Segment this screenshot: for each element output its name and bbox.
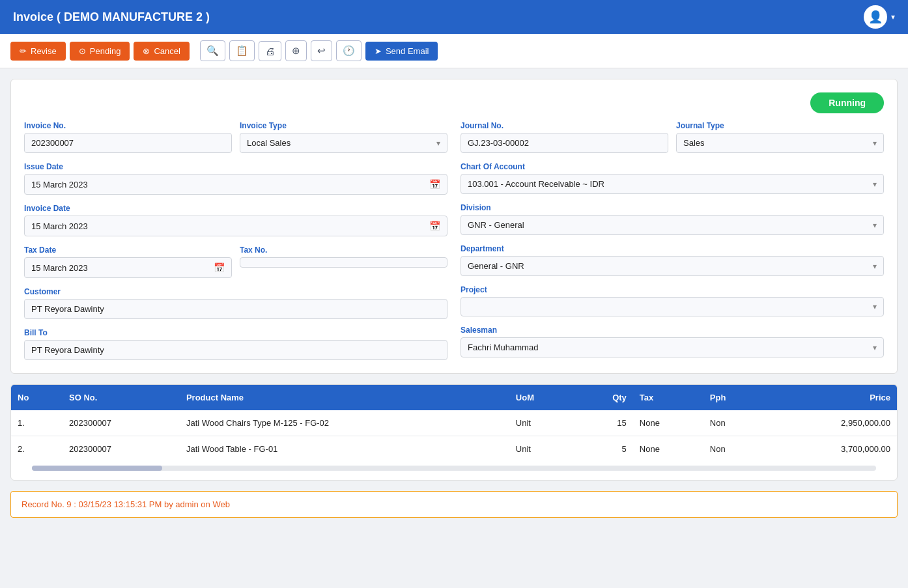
doc-button[interactable]: 📋 <box>229 40 255 61</box>
cell-pph: Non <box>703 436 765 462</box>
department-group: Department General - GNR ▾ <box>461 244 884 276</box>
invoice-type-select[interactable]: Local Sales ▾ <box>240 133 447 153</box>
salesman-select[interactable]: Fachri Muhammad ▾ <box>461 337 884 357</box>
col-product-name: Product Name <box>180 385 509 410</box>
invoice-no-label: Invoice No. <box>24 121 232 130</box>
project-group: Project ▾ <box>461 285 884 316</box>
print-button[interactable]: 🖨 <box>259 41 281 61</box>
salesman-label: Salesman <box>461 326 884 335</box>
col-so-no: SO No. <box>63 385 180 410</box>
header-right: 👤 ▾ <box>864 5 895 29</box>
division-select[interactable]: GNR - General ▾ <box>461 215 884 235</box>
form-card: Running Invoice No. 202300007 Invoice Ty… <box>10 79 898 374</box>
tax-no-value <box>240 257 447 268</box>
send-icon: ➤ <box>375 46 382 56</box>
main-content: Running Invoice No. 202300007 Invoice Ty… <box>0 68 908 528</box>
revise-button[interactable]: ✏ Revise <box>10 42 66 61</box>
table-scrollbar[interactable] <box>32 466 876 471</box>
revise-label: Revise <box>31 46 57 56</box>
invoice-type-label: Invoice Type <box>240 121 447 130</box>
cell-uom: Unit <box>509 410 576 436</box>
invoice-no-group: Invoice No. 202300007 <box>24 121 232 153</box>
invoice-date-label: Invoice Date <box>24 204 447 213</box>
status-badge-wrap: Running <box>24 92 884 113</box>
coa-label: Chart Of Account <box>461 162 884 171</box>
form-row-tax: Tax Date 15 March 2023 📅 Tax No. <box>24 245 447 278</box>
department-label: Department <box>461 244 884 253</box>
search-icon: 🔍 <box>206 45 219 57</box>
search-button[interactable]: 🔍 <box>200 40 225 61</box>
pending-button[interactable]: ⊙ Pending <box>70 42 130 61</box>
pending-icon: ⊙ <box>79 46 86 56</box>
coa-select[interactable]: 103.001 - Account Receivable ~ IDR ▾ <box>461 174 884 194</box>
department-chevron-icon: ▾ <box>873 262 877 271</box>
table-row: 1. 202300007 Jati Wood Chairs Type M-125… <box>11 410 897 436</box>
clock-button[interactable]: 🕐 <box>336 40 362 61</box>
cell-so-no: 202300007 <box>63 436 180 462</box>
issue-date-calendar-icon: 📅 <box>429 179 440 189</box>
project-select[interactable]: ▾ <box>461 297 884 316</box>
cell-pph: Non <box>703 410 765 436</box>
header: Invoice ( DEMO MANUFACTURE 2 ) 👤 ▾ <box>0 0 908 34</box>
cell-tax: None <box>633 410 703 436</box>
tax-date-group: Tax Date 15 March 2023 📅 <box>24 245 232 278</box>
journal-no-group: Journal No. GJ.23-03-00002 <box>461 121 668 153</box>
cell-no: 2. <box>11 436 63 462</box>
cancel-icon: ⊗ <box>143 46 150 56</box>
record-info: Record No. 9 : 03/15/23 13:15:31 PM by a… <box>10 491 898 518</box>
header-chevron-icon[interactable]: ▾ <box>891 12 895 21</box>
salesman-value: Fachri Muhammad <box>468 343 538 352</box>
department-select[interactable]: General - GNR ▾ <box>461 256 884 276</box>
invoice-table: No SO No. Product Name UoM Qty Tax Pph P… <box>11 385 897 462</box>
issue-date-group: Issue Date 15 March 2023 📅 <box>24 162 447 195</box>
cell-no: 1. <box>11 410 63 436</box>
issue-date-value: 15 March 2023 <box>31 180 88 189</box>
col-uom: UoM <box>509 385 576 410</box>
bill-to-label: Bill To <box>24 328 447 337</box>
journal-no-label: Journal No. <box>461 121 668 130</box>
coa-group: Chart Of Account 103.001 - Account Recei… <box>461 162 884 194</box>
invoice-no-value: 202300007 <box>24 133 232 153</box>
form-row-journal: Journal No. GJ.23-03-00002 Journal Type … <box>461 121 884 153</box>
pending-label: Pending <box>90 46 121 56</box>
record-info-text: Record No. 9 : 03/15/23 13:15:31 PM by a… <box>21 499 230 509</box>
invoice-date-value: 15 March 2023 <box>31 221 88 231</box>
print-icon: 🖨 <box>265 46 275 57</box>
bill-to-group: Bill To PT Reyora Dawinty <box>24 328 447 360</box>
form-right: Journal No. GJ.23-03-00002 Journal Type … <box>461 121 884 360</box>
journal-type-chevron-icon: ▾ <box>873 139 877 148</box>
cancel-button[interactable]: ⊗ Cancel <box>134 42 189 61</box>
send-email-label: Send Email <box>386 46 429 56</box>
back-button[interactable]: ↩ <box>311 40 332 61</box>
division-label: Division <box>461 203 884 212</box>
invoice-type-chevron-icon: ▾ <box>436 139 440 148</box>
customer-group: Customer PT Reyora Dawinty <box>24 287 447 319</box>
invoice-date-field[interactable]: 15 March 2023 📅 <box>24 216 447 236</box>
table-header-row: No SO No. Product Name UoM Qty Tax Pph P… <box>11 385 897 410</box>
tax-date-field[interactable]: 15 March 2023 📅 <box>24 257 232 278</box>
salesman-chevron-icon: ▾ <box>873 343 877 352</box>
tax-no-group: Tax No. <box>240 245 447 278</box>
add-button[interactable]: ⊕ <box>285 40 307 61</box>
department-value: General - GNR <box>468 261 524 271</box>
avatar-icon: 👤 <box>868 10 883 24</box>
form-grid: Invoice No. 202300007 Invoice Type Local… <box>24 121 884 360</box>
col-qty: Qty <box>576 385 633 410</box>
cell-product-name: Jati Wood Chairs Type M-125 - FG-02 <box>180 410 509 436</box>
avatar[interactable]: 👤 <box>864 5 887 29</box>
toolbar: ✏ Revise ⊙ Pending ⊗ Cancel 🔍 📋 🖨 ⊕ ↩ 🕐 … <box>0 34 908 68</box>
cell-price: 3,700,000.00 <box>765 436 897 462</box>
issue-date-field[interactable]: 15 March 2023 📅 <box>24 174 447 195</box>
back-icon: ↩ <box>317 45 326 57</box>
journal-type-select[interactable]: Sales ▾ <box>676 133 884 153</box>
revise-icon: ✏ <box>20 46 27 56</box>
tax-date-label: Tax Date <box>24 245 232 255</box>
project-chevron-icon: ▾ <box>873 302 877 311</box>
division-group: Division GNR - General ▾ <box>461 203 884 235</box>
journal-type-group: Journal Type Sales ▾ <box>676 121 884 153</box>
send-email-button[interactable]: ➤ Send Email <box>365 42 438 61</box>
table-row: 2. 202300007 Jati Wood Table - FG-01 Uni… <box>11 436 897 462</box>
doc-icon: 📋 <box>236 45 248 57</box>
project-label: Project <box>461 285 884 294</box>
invoice-type-value: Local Sales <box>247 138 291 148</box>
